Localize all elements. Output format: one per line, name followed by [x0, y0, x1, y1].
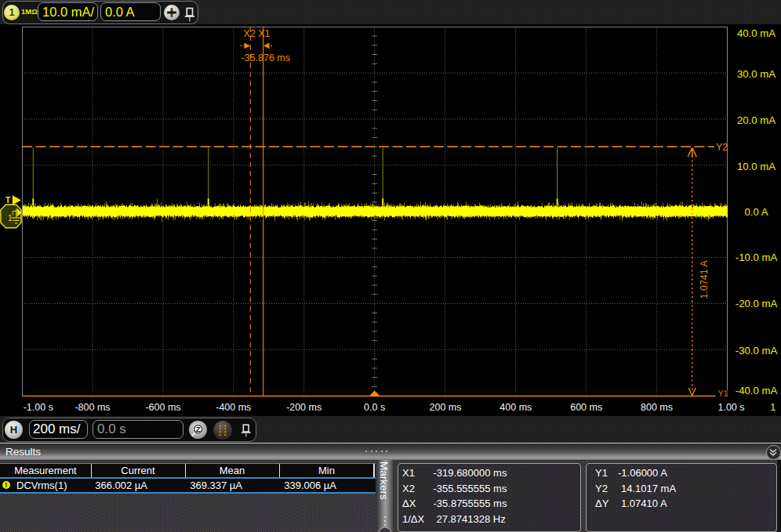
svg-text:20.0 mA: 20.0 mA [737, 114, 776, 126]
svg-text:-600 ms: -600 ms [145, 402, 180, 413]
svg-text:Y2: Y2 [716, 142, 728, 153]
svg-text:-400 ms: -400 ms [216, 402, 251, 413]
svg-text:200 ms: 200 ms [430, 402, 462, 413]
svg-text:0.0 s: 0.0 s [364, 402, 385, 413]
svg-text:40.0 mA: 40.0 mA [737, 27, 776, 39]
svg-text:0.0 A: 0.0 A [744, 206, 768, 218]
svg-text:Y1: Y1 [718, 389, 728, 398]
svg-text:Z: Z [195, 425, 200, 433]
svg-text:-10.0 mA: -10.0 mA [736, 252, 778, 263]
svg-text:400 ms: 400 ms [499, 402, 532, 413]
svg-text:-200 ms: -200 ms [286, 402, 321, 413]
svg-text:1: 1 [770, 402, 776, 413]
svg-text:-40.0 mA: -40.0 mA [736, 385, 778, 396]
svg-text:1.00 s: 1.00 s [717, 402, 744, 413]
svg-text:1.0741 A: 1.0741 A [699, 259, 710, 299]
svg-text:-35.876 ms: -35.876 ms [242, 52, 291, 63]
svg-text:Markers: Markers [378, 461, 390, 500]
svg-text:-30.0 mA: -30.0 mA [736, 345, 778, 356]
svg-text:-800 ms: -800 ms [74, 402, 110, 413]
svg-text:10.0 mA: 10.0 mA [737, 161, 776, 172]
svg-text:30.0 mA: 30.0 mA [737, 68, 776, 80]
svg-text:-1.00 s: -1.00 s [24, 402, 53, 413]
svg-text:T: T [5, 195, 11, 204]
svg-text:X2 X1: X2 X1 [243, 28, 270, 39]
svg-text:-20.0 mA: -20.0 mA [736, 298, 778, 309]
svg-text:600 ms: 600 ms [570, 402, 602, 413]
svg-text:800 ms: 800 ms [641, 402, 673, 413]
